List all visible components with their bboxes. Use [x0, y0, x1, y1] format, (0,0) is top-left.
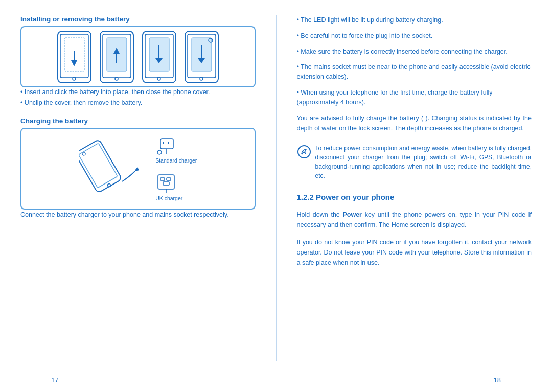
battery-images-box	[20, 26, 256, 87]
column-divider	[276, 15, 277, 361]
eco-box: To reduce power consumption and energy w…	[297, 144, 532, 180]
charger-labels: Standard charger UK charger	[155, 136, 197, 201]
right-bullet4: • The mains socket must be near to the p…	[297, 62, 532, 82]
phones-row	[55, 30, 221, 84]
standard-charger-item: Standard charger	[155, 136, 197, 164]
right-column: • The LED light will be lit up during ba…	[297, 15, 532, 361]
uk-charger-svg	[155, 174, 178, 194]
eco-icon	[297, 145, 311, 159]
svg-rect-34	[167, 178, 171, 180]
advisory-text: You are advised to fully charge the batt…	[297, 113, 532, 133]
uk-charger-item: UK charger	[155, 174, 197, 201]
right-bullet5: • When using your telephone for the firs…	[297, 88, 532, 107]
phone-back-3	[140, 30, 178, 84]
phone-back-4	[182, 30, 221, 84]
standard-charger-svg	[155, 136, 178, 156]
power-text: Hold down the Power key until the phone …	[297, 210, 532, 230]
pin-text: If you do not know your PIN code or if y…	[297, 237, 532, 268]
standard-charger-label: Standard charger	[155, 157, 197, 164]
svg-point-31	[157, 150, 162, 154]
eco-text: To reduce power consumption and energy w…	[315, 144, 532, 180]
uk-charger-label: UK charger	[155, 195, 197, 201]
phone-back-2	[98, 30, 136, 84]
svg-rect-35	[163, 182, 169, 185]
section-installing: Installing or removing the battery	[20, 15, 256, 109]
charger-area: Standard charger UK charger	[27, 135, 249, 202]
connect-text: Connect the battery charger to your phon…	[20, 210, 256, 220]
installing-title: Installing or removing the battery	[20, 15, 256, 23]
page-number-left: 17	[51, 376, 58, 384]
charging-title: Charging the battery	[20, 117, 256, 125]
page-number-right: 18	[494, 376, 501, 384]
svg-rect-24	[79, 143, 118, 188]
charger-images-box: Standard charger UK charger	[20, 128, 256, 210]
charging-phone-svg	[79, 135, 145, 202]
section-charging: Charging the battery	[20, 117, 256, 222]
right-bullet2: • Be careful not to force the plug into …	[297, 31, 532, 41]
svg-rect-33	[160, 178, 165, 180]
power-on-title: 1.2.2 Power on your phone	[297, 193, 532, 201]
left-column: Installing or removing the battery	[20, 15, 256, 361]
page-footer: 17 18	[0, 371, 552, 392]
right-bullet3: • Make sure the battery is correctly ins…	[297, 47, 532, 57]
installing-bullet1: • Insert and click the battery into plac…	[20, 87, 256, 97]
svg-rect-27	[160, 139, 173, 149]
right-bullet1: • The LED light will be lit up during ba…	[297, 15, 532, 25]
installing-bullet2: • Unclip the cover, then remove the batt…	[20, 98, 256, 108]
phone-back-1	[55, 30, 94, 84]
